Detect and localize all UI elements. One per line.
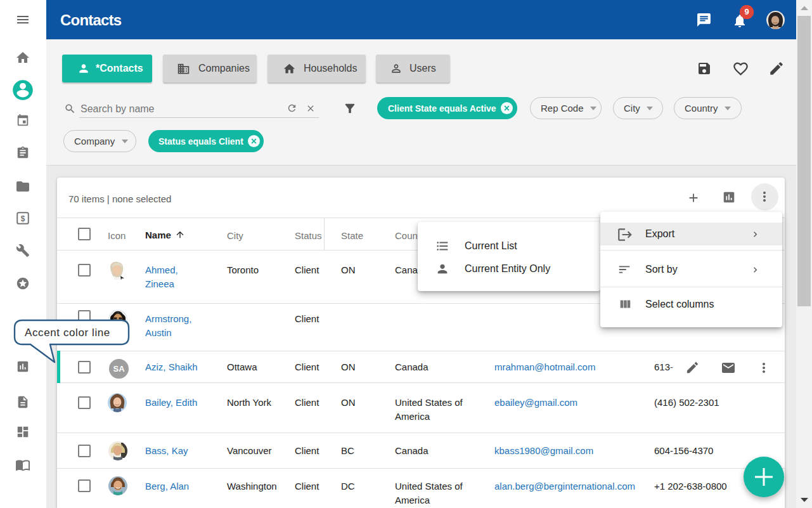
svg-text:$: $ [21, 214, 25, 223]
svg-text:Accent color line: Accent color line [25, 327, 110, 339]
